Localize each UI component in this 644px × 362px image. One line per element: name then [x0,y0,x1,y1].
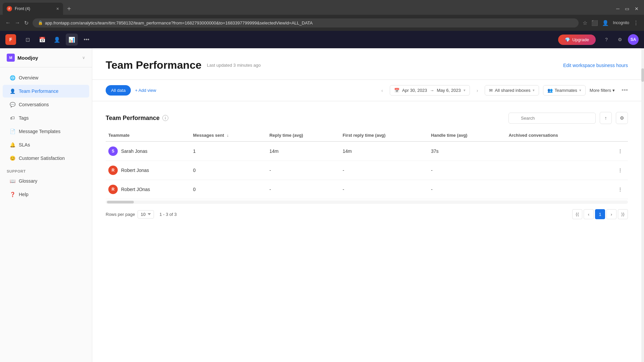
active-tab[interactable]: F Front (4) × [3,3,63,15]
cell-teammate-1: S Sarah Jonas [106,141,188,161]
cell-first-reply-time-1: 14m [337,141,426,161]
teammates-chevron-icon: ▾ [579,88,581,93]
sidebar-item-label-message-templates: Message Templates [19,129,60,134]
forward-button[interactable]: → [15,20,20,26]
slas-icon: 🔔 [9,142,15,148]
menu-icon[interactable]: ⋮ [633,20,639,26]
toolbar-icons: ⊡ 📅 👤 📊 ••• [21,34,93,46]
inbox-filter-label: All shared inboxes [495,88,530,93]
back-button[interactable]: ← [5,20,11,26]
close-window-button[interactable]: ✕ [635,6,639,11]
upgrade-button[interactable]: 💎 Upgrade [558,35,596,45]
right-scrollbar-thumb [641,68,644,82]
horizontal-scrollbar[interactable] [106,200,628,204]
rows-per-page: Rows per page 10 25 50 [106,210,154,219]
refresh-button[interactable]: ↻ [24,20,29,26]
maximize-button[interactable]: ▭ [625,6,629,11]
row-menu-1[interactable]: ⋮ [602,141,628,161]
cell-teammate-2: R Robert Jonas [106,161,188,180]
col-actions [602,129,628,141]
more-filters-button[interactable]: More filters ▾ [590,88,615,93]
all-data-tab[interactable]: All data [106,85,131,96]
date-arrow: → [430,88,434,93]
next-page-button[interactable]: › [606,209,616,219]
sidebar-item-team-performance[interactable]: 👤 Team Performance [3,85,89,98]
sidebar-nav: 🌐 Overview 👤 Team Performance 💬 Conversa… [0,67,92,362]
edit-workspace-hours-link[interactable]: Edit workspace business hours [563,63,628,68]
page-1-button[interactable]: 1 [595,209,605,219]
tab-favicon: F [7,6,12,11]
table-header-row: Team Performance i 🔍 ↑ ⚙ [106,112,628,124]
cell-reply-time-2: - [264,161,337,180]
extensions-icon[interactable]: ⬛ [591,20,598,26]
sidebar-item-label-customer-satisfaction: Customer Satisfaction [19,156,65,161]
sidebar-item-glossary[interactable]: 📖 Glossary [3,175,89,187]
app-logo: F [5,34,16,45]
date-prev-button[interactable]: ‹ [379,86,386,95]
teammates-filter-label: Teammates [555,88,577,93]
sidebar-item-overview[interactable]: 🌐 Overview [3,71,89,84]
date-to: May 6, 2023 [437,88,461,93]
cell-handle-time-1: 37s [426,141,503,161]
message-templates-icon: 📄 [9,128,15,134]
right-scrollbar[interactable] [641,48,644,362]
sidebar-item-label-help: Help [19,192,29,197]
sidebar-item-customer-satisfaction[interactable]: 😊 Customer Satisfaction [3,152,89,165]
table-row: R Robert JOnas 0 - - - ⋮ [106,180,628,199]
tab-close-button[interactable]: × [56,6,59,11]
teammate-name-1: Sarah Jonas [121,148,148,154]
address-actions: ☆ ⬛ 👤 Incognito ⋮ [583,20,639,26]
calendar-icon[interactable]: 📅 [36,34,48,46]
bookmark-icon[interactable]: ☆ [583,20,587,26]
sidebar-item-slas[interactable]: 🔔 SLAs [3,138,89,151]
search-input[interactable] [508,113,596,124]
inbox-icon[interactable]: ⊡ [21,34,34,46]
last-page-button[interactable]: ⟩⟩ [618,209,628,219]
table-settings-button[interactable]: ⚙ [616,112,628,124]
cell-messages-sent-3: 0 [188,180,264,199]
analytics-icon[interactable]: 📊 [66,34,78,46]
row-menu-3[interactable]: ⋮ [602,180,628,199]
sidebar-item-help[interactable]: ❓ Help [3,188,89,201]
contacts-icon[interactable]: 👤 [51,34,63,46]
help-icon[interactable]: ? [601,34,612,45]
new-tab-button[interactable]: + [64,5,74,13]
table-title: Team Performance i [106,115,168,122]
first-page-button[interactable]: ⟨⟨ [572,209,582,219]
export-button[interactable]: ↑ [600,112,612,124]
url-bar[interactable]: 🔒 app.frontapp.com/analytics/team/tim:78… [33,18,579,27]
date-range-filter[interactable]: 📅 Apr 30, 2023 → May 6, 2023 ▾ [390,85,470,96]
cell-messages-sent-2: 0 [188,161,264,180]
add-view-button[interactable]: + Add view [135,88,156,93]
sidebar-item-label-conversations: Conversations [19,102,49,107]
user-avatar[interactable]: SA [628,34,639,45]
sidebar-item-tags[interactable]: 🏷 Tags [3,112,89,124]
profile-icon[interactable]: 👤 [602,20,609,26]
cell-first-reply-time-2: - [337,161,426,180]
cell-messages-sent-1: 1 [188,141,264,161]
minimize-button[interactable]: ─ [616,6,620,11]
support-section-label: Support [0,165,92,175]
glossary-icon: 📖 [9,178,15,184]
workspace-name: Moodjoy [17,55,79,61]
date-next-button[interactable]: › [474,86,481,95]
inbox-filter[interactable]: ✉ All shared inboxes ▾ [485,85,539,96]
sidebar-item-message-templates[interactable]: 📄 Message Templates [3,125,89,138]
prev-page-button[interactable]: ‹ [584,209,594,219]
col-messages-sent[interactable]: Messages sent ↓ [188,129,264,141]
more-options-button[interactable]: ••• [622,87,628,94]
toolbar-right-icons: ? ⚙ SA [601,34,639,45]
lock-icon: 🔒 [38,20,43,25]
sidebar-item-conversations[interactable]: 💬 Conversations [3,98,89,111]
sidebar-chevron-icon[interactable]: ∨ [82,55,85,60]
table-info-icon[interactable]: i [162,115,168,121]
more-icon[interactable]: ••• [80,34,93,46]
row-menu-2[interactable]: ⋮ [602,161,628,180]
address-bar: ← → ↻ 🔒 app.frontapp.com/analytics/team/… [0,15,644,31]
scrollbar-thumb [107,201,134,203]
col-reply-time: Reply time (avg) [264,129,337,141]
browser-chrome: F Front (4) × + ─ ▭ ✕ ← → ↻ 🔒 app.fronta… [0,0,644,31]
teammates-filter[interactable]: 👥 Teammates ▾ [543,85,586,96]
rows-per-page-select[interactable]: 10 25 50 [138,210,154,219]
settings-icon[interactable]: ⚙ [614,34,625,45]
